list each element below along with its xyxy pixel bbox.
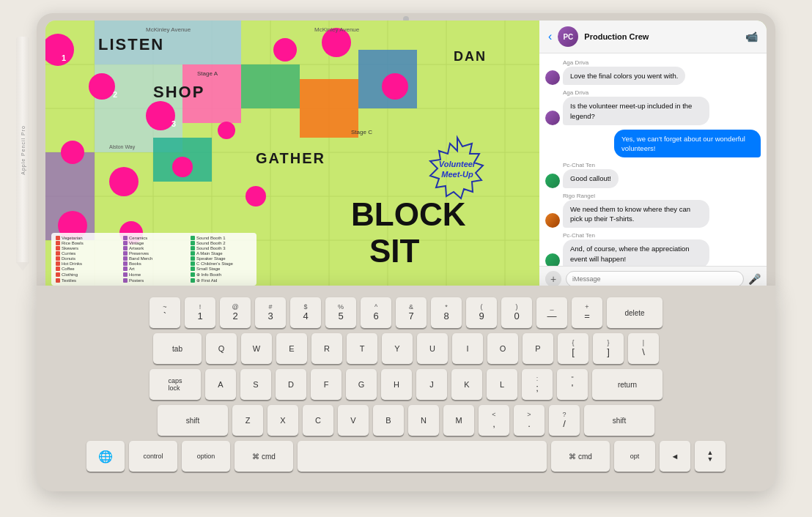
key-w[interactable]: W — [241, 333, 272, 364]
message-group: Rigo Rangel We need them to know where t… — [563, 193, 709, 228]
key-n[interactable]: N — [408, 405, 439, 436]
svg-text:1: 1 — [62, 53, 66, 62]
key-s[interactable]: S — [240, 369, 271, 400]
key-k[interactable]: K — [451, 369, 482, 400]
svg-point-23 — [89, 73, 115, 100]
key-l[interactable]: L — [487, 369, 517, 400]
ipad-screen: 1 2 3 LISTEN SHOP GATHER DAN McKinley Av… — [45, 21, 767, 291]
key-9[interactable]: (9 — [466, 297, 497, 328]
key-m[interactable]: M — [443, 405, 474, 436]
key-h[interactable]: H — [381, 369, 412, 400]
key-0[interactable]: )0 — [501, 297, 532, 328]
svg-point-27 — [172, 157, 193, 177]
globe-key[interactable]: 🌐 — [86, 441, 125, 472]
key-4[interactable]: $4 — [290, 297, 321, 328]
key-bracket-right[interactable]: }] — [593, 333, 624, 364]
return-key[interactable]: return — [592, 369, 662, 400]
microphone-button[interactable]: 🎤 — [748, 273, 761, 285]
message-sender: Pc-Chat Ten — [563, 162, 619, 168]
key-u[interactable]: U — [417, 333, 448, 364]
imessage-panel: ‹ PC Production Crew 📹 Aga Driva Love th… — [539, 21, 767, 291]
message-avatar — [545, 253, 560, 266]
svg-text:LISTEN: LISTEN — [98, 35, 164, 53]
key-bracket-left[interactable]: {[ — [558, 333, 588, 364]
left-option-key[interactable]: option — [182, 441, 230, 472]
key-backtick[interactable]: ~` — [150, 297, 180, 328]
key-2[interactable]: @2 — [220, 297, 251, 328]
message-input[interactable] — [566, 271, 744, 287]
keyboard-row-2: tab Q W E R T Y U I O P {[ }] |\ — [51, 333, 761, 364]
key-5[interactable]: %5 — [325, 297, 356, 328]
key-semicolon[interactable]: :; — [522, 369, 553, 400]
keyboard-row-1: ~` !1 @2 #3 $4 %5 ^6 &7 *8 (9 )0 _— += d… — [51, 297, 761, 328]
key-c[interactable]: C — [303, 405, 333, 436]
svg-text:Alston Way: Alston Way — [109, 144, 136, 150]
key-slash[interactable]: ?/ — [549, 405, 580, 436]
control-key[interactable]: control — [129, 441, 177, 472]
key-q[interactable]: Q — [206, 333, 237, 364]
pencil-tip — [16, 262, 29, 271]
key-z[interactable]: Z — [232, 405, 263, 436]
svg-text:Volunteer: Volunteer — [439, 160, 476, 168]
right-shift-key[interactable]: shift — [584, 405, 654, 436]
key-x[interactable]: X — [267, 405, 298, 436]
key-backslash[interactable]: |\ — [628, 333, 659, 364]
key-d[interactable]: D — [276, 369, 306, 400]
svg-text:BLOCK: BLOCK — [351, 196, 466, 232]
key-b[interactable]: B — [373, 405, 404, 436]
right-command-key[interactable]: ⌘ cmd — [551, 441, 610, 472]
left-shift-key[interactable]: shift — [158, 405, 228, 436]
key-r[interactable]: R — [311, 333, 342, 364]
svg-rect-16 — [241, 64, 300, 108]
apple-pencil: Apple Pencil Pro — [16, 37, 29, 264]
key-y[interactable]: Y — [382, 333, 413, 364]
key-g[interactable]: G — [346, 369, 377, 400]
message-row: Pc-Chat Ten And, of course, where the ap… — [545, 232, 761, 266]
svg-text:McKinley Avenue: McKinley Avenue — [314, 26, 360, 33]
svg-point-24 — [146, 101, 175, 130]
key-j[interactable]: J — [416, 369, 447, 400]
message-bubble: Good callout! — [563, 169, 619, 187]
key-minus[interactable]: _— — [536, 297, 567, 328]
key-equals[interactable]: += — [572, 297, 602, 328]
message-row: Rigo Rangel We need them to know where t… — [545, 193, 761, 228]
map-area: 1 2 3 LISTEN SHOP GATHER DAN McKinley Av… — [45, 21, 539, 291]
video-call-button[interactable]: 📹 — [745, 31, 758, 42]
key-8[interactable]: *8 — [431, 297, 462, 328]
svg-text:GATHER: GATHER — [256, 150, 325, 166]
key-a[interactable]: A — [205, 369, 236, 400]
key-7[interactable]: &7 — [396, 297, 427, 328]
left-arrow-key[interactable]: ◄ — [660, 441, 690, 472]
svg-rect-17 — [300, 79, 358, 138]
key-e[interactable]: E — [276, 333, 307, 364]
group-name: Production Crew — [584, 32, 739, 41]
tab-key[interactable]: tab — [153, 333, 202, 364]
key-f[interactable]: F — [311, 369, 342, 400]
key-v[interactable]: V — [338, 405, 369, 436]
key-o[interactable]: O — [487, 333, 518, 364]
message-sender: Aga Driva — [563, 89, 709, 96]
right-option-key[interactable]: opt — [614, 441, 655, 472]
delete-key[interactable]: delete — [607, 297, 662, 328]
caps-lock-key[interactable]: capslock — [150, 369, 201, 400]
add-attachment-button[interactable]: + — [545, 271, 561, 287]
key-6[interactable]: ^6 — [361, 297, 391, 328]
messages-area[interactable]: Aga Driva Love the final colors you went… — [539, 53, 767, 266]
space-key[interactable] — [298, 441, 547, 472]
key-quote[interactable]: "' — [557, 369, 588, 400]
message-avatar — [545, 174, 560, 188]
key-comma[interactable]: <, — [479, 405, 509, 436]
key-p[interactable]: P — [523, 333, 553, 364]
key-i[interactable]: I — [452, 333, 483, 364]
key-3[interactable]: #3 — [255, 297, 286, 328]
back-button[interactable]: ‹ — [548, 30, 552, 43]
message-sender: Aga Driva — [563, 59, 685, 66]
message-bubble: Is the volunteer meet-up included in the… — [563, 97, 709, 125]
key-t[interactable]: T — [347, 333, 377, 364]
key-1[interactable]: !1 — [185, 297, 215, 328]
left-command-key[interactable]: ⌘ cmd — [235, 441, 293, 472]
message-bubble: And, of course, where the appreciation e… — [563, 239, 709, 266]
key-period[interactable]: >. — [514, 405, 545, 436]
svg-point-25 — [61, 141, 84, 164]
up-down-arrow-key[interactable]: ▲▼ — [695, 441, 726, 472]
